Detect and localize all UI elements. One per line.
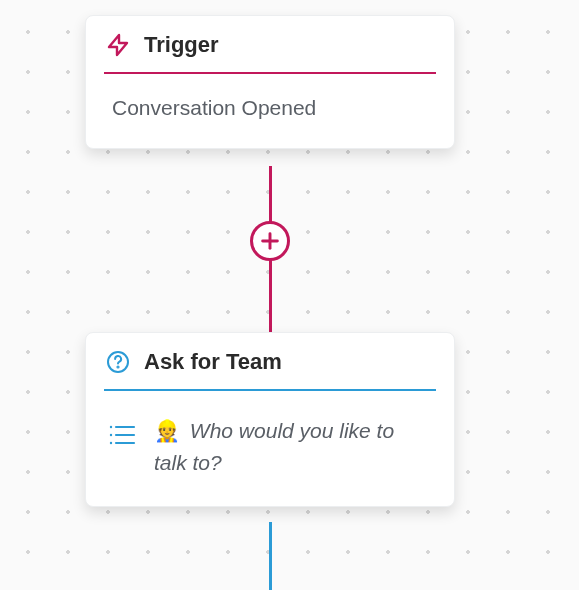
ask-for-team-title: Ask for Team — [144, 349, 282, 375]
workflow-canvas[interactable]: Trigger Conversation Opened Ask for Team — [0, 0, 579, 590]
trigger-node[interactable]: Trigger Conversation Opened — [85, 15, 455, 149]
trigger-event-label: Conversation Opened — [108, 96, 432, 120]
svg-point-4 — [117, 366, 118, 367]
trigger-node-body: Conversation Opened — [86, 74, 454, 148]
trigger-node-title: Trigger — [144, 32, 219, 58]
ask-prompt-text: 👷 Who would you like to talk to? — [154, 415, 428, 478]
connector — [269, 166, 272, 222]
ask-for-team-node[interactable]: Ask for Team 👷 Who would you like to tal… — [85, 332, 455, 507]
emoji-icon: 👷 — [154, 419, 180, 442]
ask-for-team-header: Ask for Team — [86, 333, 454, 389]
connector — [269, 522, 272, 590]
trigger-node-header: Trigger — [86, 16, 454, 72]
svg-marker-0 — [109, 35, 127, 55]
plus-icon — [259, 230, 281, 252]
ask-prompt-label: Who would you like to talk to? — [154, 419, 394, 474]
svg-point-5 — [110, 426, 112, 428]
svg-point-9 — [110, 442, 112, 444]
lightning-icon — [106, 33, 130, 57]
list-icon — [108, 423, 136, 447]
svg-point-7 — [110, 434, 112, 436]
add-step-button[interactable] — [250, 221, 290, 261]
question-circle-icon — [106, 350, 130, 374]
connector — [269, 260, 272, 332]
ask-for-team-body: 👷 Who would you like to talk to? — [86, 391, 454, 506]
